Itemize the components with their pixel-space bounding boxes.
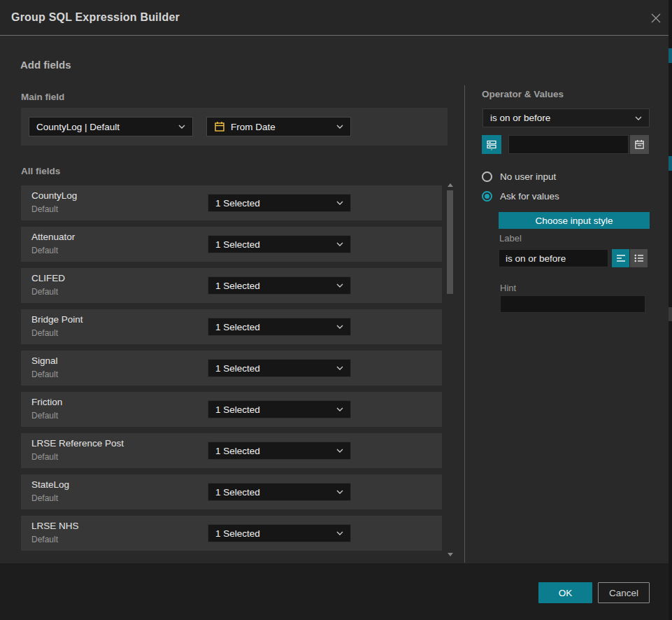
dialog-title: Group SQL Expression Builder [11,0,180,35]
hint-input[interactable] [500,295,645,313]
field-values-select-value: 1 Selected [215,404,331,415]
field-values-select[interactable]: 1 Selected [208,359,351,377]
field-sublabel: Default [31,369,58,379]
field-values-select[interactable]: 1 Selected [208,442,351,460]
all-fields-label: All fields [21,166,60,176]
radio-option-ask-for-values[interactable]: Ask for values [482,191,559,202]
main-field-panel: CountyLog | Default From Date [21,108,448,146]
main-field-layer-select[interactable]: CountyLog | Default [29,117,193,136]
calendar-icon [634,139,645,150]
field-values-select-value: 1 Selected [215,487,331,498]
edge-artifact [669,48,672,63]
edge-artifact [669,307,672,321]
calendar-icon [214,121,225,132]
field-name: LRSE Reference Post [31,438,124,449]
field-values-select-value: 1 Selected [215,322,331,332]
field-row: Bridge Point Default 1 Selected [21,309,442,344]
main-field-field-select[interactable]: From Date [206,117,351,136]
group-sql-expression-builder-dialog: Group SQL Expression Builder Add fields … [0,0,672,620]
field-values-select[interactable]: 1 Selected [208,318,351,336]
align-left-button[interactable] [612,249,629,267]
field-values-select-value: 1 Selected [215,446,331,456]
operator-select-value: is on or before [490,113,629,123]
chevron-down-icon [336,125,343,129]
field-sublabel: Default [31,535,58,544]
scroll-down-icon[interactable] [448,553,453,556]
field-values-select[interactable]: 1 Selected [208,194,351,212]
chevron-down-icon [336,490,343,494]
field-name: Friction [31,397,62,407]
dialog-footer: OK Cancel [0,563,672,620]
stacked-rows-icon [486,139,497,150]
field-row: LRSE NHS Default 1 Selected [21,516,442,551]
radio-option-no-user-input[interactable]: No user input [482,171,556,182]
operator-values-label: Operator & Values [482,89,564,99]
ok-button[interactable]: OK [538,582,592,603]
chevron-down-icon [336,325,343,329]
add-fields-heading: Add fields [20,59,71,71]
chevron-down-icon [336,449,343,453]
scroll-up-icon[interactable] [448,183,453,187]
scrollbar-thumb[interactable] [447,190,453,294]
field-select-value: From Date [231,122,331,132]
chevron-down-icon [336,242,343,246]
chevron-down-icon [336,283,343,288]
field-row: CountyLog Default 1 Selected [21,185,442,220]
field-values-select-value: 1 Selected [215,239,331,250]
field-row: Friction Default 1 Selected [21,392,442,427]
operator-select[interactable]: is on or before [482,108,650,127]
field-values-select[interactable]: 1 Selected [208,524,351,542]
chevron-down-icon [336,407,343,411]
edge-artifact [669,156,672,171]
all-fields-list: CountyLog Default 1 Selected Attenuator … [21,185,442,557]
value-type-button[interactable] [482,135,501,154]
field-name: Bridge Point [31,314,83,325]
field-values-select[interactable]: 1 Selected [208,400,351,418]
scrollbar[interactable] [445,181,455,560]
field-sublabel: Default [31,411,58,421]
field-name: Signal [31,355,58,366]
close-icon[interactable] [647,9,665,27]
field-values-select[interactable]: 1 Selected [208,276,351,295]
radio-ask-for-values-label: Ask for values [500,191,559,202]
field-name: LRSE NHS [31,521,79,531]
chevron-down-icon [635,116,642,120]
date-value-input[interactable] [508,135,629,154]
label-input[interactable] [499,249,608,267]
dialog-header: Group SQL Expression Builder [0,0,672,36]
field-row: CLIFED Default 1 Selected [21,268,442,303]
panel-divider [464,85,465,563]
field-sublabel: Default [31,493,58,503]
chevron-down-icon [336,531,343,535]
field-row: Attenuator Default 1 Selected [21,227,442,262]
field-sublabel: Default [31,452,58,462]
field-values-select-value: 1 Selected [215,281,331,291]
chevron-down-icon [336,201,343,205]
radio-no-user-input[interactable] [482,171,492,182]
cancel-button[interactable]: Cancel [598,582,650,603]
field-values-select-value: 1 Selected [215,528,331,539]
field-values-select-value: 1 Selected [215,198,331,209]
field-sublabel: Default [31,246,58,255]
field-row: StateLog Default 1 Selected [21,474,442,509]
field-name: Attenuator [31,232,75,242]
field-values-select[interactable]: 1 Selected [208,483,351,501]
calendar-picker-button[interactable] [630,135,649,154]
background-edge-strip [669,0,672,620]
field-name: StateLog [31,479,69,490]
radio-ask-for-values[interactable] [482,191,492,202]
radio-no-user-input-label: No user input [500,171,556,182]
field-row: LRSE Reference Post Default 1 Selected [21,433,442,468]
field-sublabel: Default [31,287,58,297]
hint-field-label: Hint [500,283,516,293]
field-sublabel: Default [31,204,58,214]
bulleted-list-icon [634,253,644,263]
main-field-label: Main field [21,92,64,102]
align-left-icon [616,253,626,263]
list-style-button[interactable] [630,249,648,267]
chevron-down-icon [178,125,185,129]
field-sublabel: Default [31,328,58,338]
choose-input-style-button[interactable]: Choose input style [499,212,650,229]
field-values-select[interactable]: 1 Selected [208,235,351,253]
layer-select-value: CountyLog | Default [36,122,173,132]
